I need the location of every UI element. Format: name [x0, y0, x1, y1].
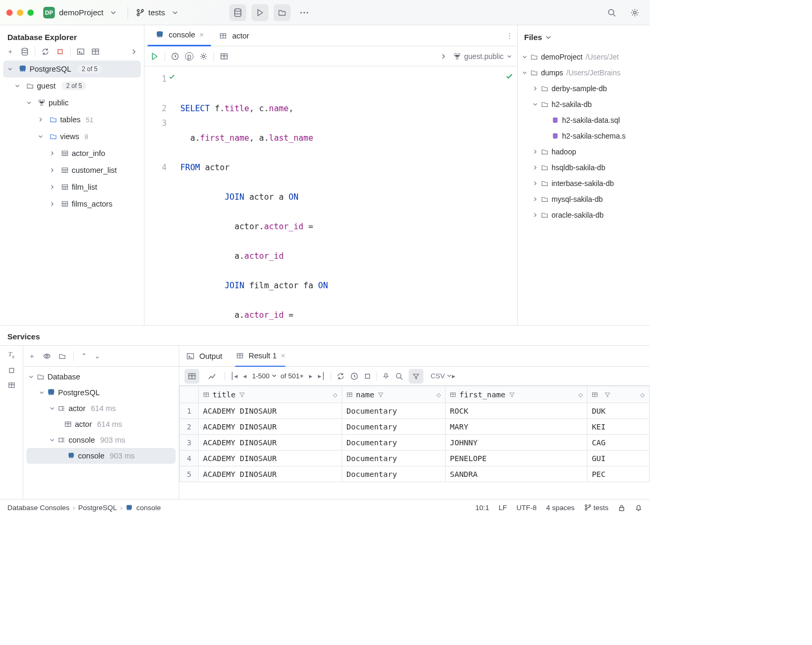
encoding[interactable]: UTF-8: [516, 504, 536, 512]
breadcrumb-branch[interactable]: tests: [136, 8, 182, 17]
sort-icon[interactable]: ◇: [640, 390, 645, 399]
tab-actor[interactable]: actor: [211, 25, 256, 46]
database-button[interactable]: [229, 4, 246, 21]
view-node[interactable]: film_list: [0, 179, 144, 196]
run-icon[interactable]: [150, 52, 159, 61]
table-row[interactable]: 2 ACADEMY DINOSAUR Documentary MARY KEI: [180, 419, 650, 435]
gear-icon[interactable]: [626, 4, 643, 21]
view-node[interactable]: customer_list: [0, 162, 144, 179]
svc-item[interactable]: console903 ms: [26, 448, 176, 464]
file-item[interactable]: hadoop: [518, 144, 650, 160]
sort-icon[interactable]: ◇: [578, 390, 583, 399]
minimize-icon[interactable]: [17, 9, 23, 16]
svc-item[interactable]: actor614 ms: [23, 416, 179, 432]
chevron-down-icon[interactable]: [109, 8, 118, 17]
bell-icon[interactable]: [635, 504, 642, 512]
folder-button[interactable]: [274, 4, 291, 21]
more-icon[interactable]: [296, 4, 313, 21]
sort-icon[interactable]: ◇: [333, 390, 337, 399]
project-name[interactable]: demoProject: [59, 8, 103, 17]
more-icon[interactable]: ⋮: [505, 31, 514, 41]
view-node[interactable]: films_actors: [0, 196, 144, 212]
layout-icon[interactable]: [8, 382, 15, 389]
file-item[interactable]: mysql-sakila-db: [518, 191, 650, 207]
collapse-icon[interactable]: ⌃: [81, 352, 87, 360]
file-root[interactable]: demoProject /Users/Jet: [518, 49, 650, 65]
last-page-icon[interactable]: ▸⎮: [318, 372, 325, 380]
sql-editor[interactable]: 1234 SELECT f.title, c.name, a.first_nam…: [144, 66, 517, 325]
branch-status[interactable]: tests: [584, 504, 608, 512]
filter-icon[interactable]: [239, 392, 245, 398]
clock-icon[interactable]: [350, 372, 359, 380]
table-view-icon[interactable]: [185, 369, 199, 384]
schema-selector[interactable]: guest.public: [453, 52, 512, 61]
close-icon[interactable]: ×: [281, 351, 285, 360]
schema-node[interactable]: public: [0, 94, 144, 111]
table-icon[interactable]: [219, 52, 229, 61]
stop-icon[interactable]: [364, 373, 371, 380]
close-icon[interactable]: [6, 9, 13, 16]
filter-icon[interactable]: [378, 392, 384, 398]
search-icon[interactable]: [395, 372, 403, 380]
file-item[interactable]: interbase-sakila-db: [518, 175, 650, 191]
line-separator[interactable]: LF: [499, 504, 507, 512]
svc-datasource[interactable]: PostgreSQL: [23, 385, 179, 400]
file-item[interactable]: h2-sakila-data.sql: [518, 112, 650, 128]
breadcrumb[interactable]: Database Consoles › PostgreSQL › console: [7, 504, 161, 512]
stop-icon[interactable]: [55, 47, 65, 56]
filter-toggle-icon[interactable]: [409, 369, 423, 384]
stop-icon[interactable]: [8, 367, 15, 374]
close-icon[interactable]: ×: [199, 31, 204, 39]
tab-output[interactable]: Output: [186, 346, 223, 367]
svc-item[interactable]: console903 ms: [23, 432, 179, 448]
add-icon[interactable]: ＋: [5, 47, 15, 56]
search-icon[interactable]: [603, 4, 620, 21]
database-node[interactable]: guest 2 of 5: [0, 77, 144, 94]
panel-title[interactable]: Files: [518, 25, 650, 49]
file-item[interactable]: h2-sakila-db: [518, 96, 650, 112]
svc-item[interactable]: actor614 ms: [23, 400, 179, 416]
table-icon[interactable]: [91, 47, 100, 56]
page-range[interactable]: 1-500 of 501+: [252, 372, 304, 380]
code-area[interactable]: SELECT f.title, c.name, a.first_name, a.…: [176, 66, 517, 325]
refresh-icon[interactable]: [41, 47, 50, 56]
eye-icon[interactable]: [43, 352, 51, 360]
run-tool-button[interactable]: [252, 4, 268, 21]
chevron-right-icon[interactable]: [129, 47, 139, 56]
file-item[interactable]: hsqldb-sakila-db: [518, 160, 650, 175]
file-item[interactable]: oracle-sakila-db: [518, 207, 650, 223]
file-item[interactable]: derby-sample-db: [518, 81, 650, 96]
next-page-icon[interactable]: ▸: [309, 372, 313, 380]
first-page-icon[interactable]: ⎮◂: [230, 372, 238, 380]
pin-icon[interactable]: [382, 373, 390, 380]
close-icon[interactable]: ⌄: [94, 352, 100, 360]
datasource-node[interactable]: PostgreSQL 2 of 5: [3, 61, 141, 77]
column-header[interactable]: first_name ◇: [446, 386, 587, 403]
indent[interactable]: 4 spaces: [546, 504, 575, 512]
filter-icon[interactable]: [604, 392, 611, 398]
refresh-icon[interactable]: [336, 372, 345, 380]
tab-result[interactable]: Result 1 ×: [235, 346, 286, 367]
svc-database[interactable]: Database: [23, 369, 179, 385]
column-header[interactable]: name ◇: [342, 386, 446, 403]
data-grid[interactable]: title ◇ name ◇ first_name ◇ ◇ 1 ACADEMY …: [179, 386, 650, 499]
column-header[interactable]: ◇: [587, 386, 650, 403]
explain-icon[interactable]: p: [185, 52, 194, 61]
table-row[interactable]: 3 ACADEMY DINOSAUR Documentary JOHNNY CA…: [180, 435, 650, 451]
table-row[interactable]: 1 ACADEMY DINOSAUR Documentary ROCK DUK: [180, 403, 650, 419]
file-item[interactable]: h2-sakila-schema.s: [518, 128, 650, 144]
views-folder[interactable]: views 8: [0, 128, 144, 145]
chevron-right-icon[interactable]: [439, 52, 448, 61]
add-icon[interactable]: ＋: [28, 351, 35, 361]
filter-icon[interactable]: [509, 392, 515, 398]
table-row[interactable]: 5 ACADEMY DINOSAUR Documentary SANDRA PE…: [180, 466, 650, 482]
datasource-props-icon[interactable]: [20, 47, 30, 56]
gear-icon[interactable]: [199, 52, 208, 61]
history-icon[interactable]: [170, 52, 180, 61]
tables-folder[interactable]: tables 51: [0, 111, 144, 128]
new-session-icon[interactable]: [59, 353, 66, 360]
sort-icon[interactable]: ◇: [437, 390, 441, 399]
cursor-position[interactable]: 10:1: [475, 504, 489, 512]
column-header[interactable]: title ◇: [199, 386, 342, 403]
table-row[interactable]: 4 ACADEMY DINOSAUR Documentary PENELOPE …: [180, 451, 650, 466]
